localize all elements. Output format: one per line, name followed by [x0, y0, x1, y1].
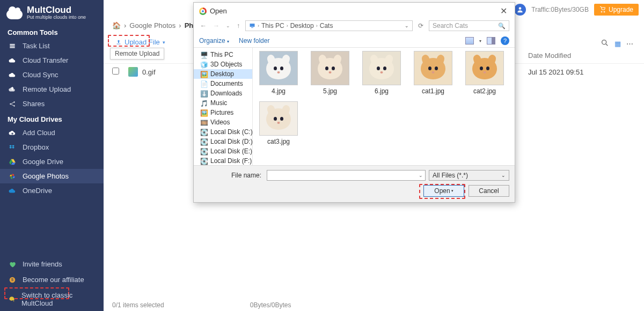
tool-icon — [8, 42, 17, 50]
sidebar-item-cloud-sync[interactable]: Cloud Sync — [0, 68, 104, 82]
tree-item-local-disk-c-[interactable]: 💽Local Disk (C:) — [194, 127, 252, 137]
tree-item-this-pc[interactable]: 🖥️This PC — [194, 50, 252, 60]
tree-item-local-disk-f-[interactable]: 💽Local Disk (F:) — [194, 156, 252, 165]
file-item[interactable]: 4.jpg — [258, 51, 299, 95]
sidebar-item-label: Remote Upload — [23, 85, 71, 93]
sidebar-item-label: Cloud Sync — [23, 71, 58, 79]
close-icon[interactable]: ✕ — [498, 6, 509, 16]
brand-logo[interactable]: MultCloud Put multiple clouds into one — [0, 0, 104, 24]
tooltip-remote-upload: Remote Upload — [110, 48, 164, 60]
tools-header: Common Tools — [0, 24, 104, 39]
tree-label: Desktop — [210, 70, 234, 78]
sidebar-item-cloud-transfer[interactable]: Cloud Transfer — [0, 53, 104, 68]
tree-label: Music — [210, 99, 227, 107]
avatar[interactable] — [514, 4, 526, 16]
tree-item-music[interactable]: 🎵Music — [194, 98, 252, 108]
view-controls: ▦ ⋯ — [601, 39, 633, 49]
svg-point-9 — [602, 40, 606, 45]
chevron-down-icon[interactable]: ⌄ — [405, 23, 409, 28]
status-size: 0Bytes/0Bytes — [250, 301, 291, 309]
filename-input[interactable]: ⌄ — [267, 170, 426, 181]
file-item[interactable]: cat2.jpg — [464, 51, 505, 95]
footer-switch-to-classic-multcloud[interactable]: Switch to classic MultCloud — [0, 287, 104, 311]
search-icon[interactable] — [601, 39, 609, 49]
disk-icon: 💽 — [200, 129, 208, 135]
dialog-title: Open — [210, 7, 227, 15]
sidebar-item-shares[interactable]: Shares — [0, 97, 104, 111]
open-button[interactable]: Open ▾ — [423, 185, 464, 197]
thumbnail — [311, 51, 349, 85]
back-icon[interactable]: ← — [199, 22, 208, 29]
grid-view-icon[interactable]: ▦ — [614, 40, 621, 48]
upgrade-button[interactable]: Upgrade — [594, 4, 639, 16]
home-icon[interactable]: 🏠 — [112, 21, 121, 29]
forward-icon[interactable]: → — [212, 22, 221, 29]
sidebar-item-label: Shares — [23, 100, 45, 108]
col-date[interactable]: Date Modified — [528, 51, 635, 60]
sidebar-item-google-drive[interactable]: Google Drive — [0, 154, 104, 169]
footer-icon — [8, 261, 17, 268]
brand-tagline: Put multiple clouds into one — [27, 14, 86, 20]
tree-item-desktop[interactable]: 🖼️Desktop — [194, 69, 252, 79]
help-icon[interactable]: ? — [501, 36, 509, 45]
address-bar[interactable]: › This PC › Desktop › Cats ⌄ — [245, 20, 413, 31]
tree-item-local-disk-e-[interactable]: 💽Local Disk (E:) — [194, 146, 252, 156]
tree-item-downloads[interactable]: ⬇️Downloads — [194, 88, 252, 98]
tree-item-videos[interactable]: 🎞️Videos — [194, 117, 252, 127]
file-item[interactable]: cat3.jpg — [258, 101, 299, 145]
breadcrumb-seg1[interactable]: Google Photos — [129, 21, 175, 29]
footer-invite-friends[interactable]: Invite friends — [0, 256, 104, 272]
file-item[interactable]: 5.jpg — [310, 51, 350, 95]
organize-button[interactable]: Organize ▾ — [199, 37, 229, 45]
view-mode-button[interactable] — [465, 37, 474, 45]
more-icon[interactable]: ⋯ — [626, 40, 633, 48]
chevron-down-icon[interactable]: ⌄ — [419, 173, 423, 178]
vid-icon: 🎞️ — [200, 119, 208, 125]
refresh-icon[interactable]: ⟳ — [417, 22, 425, 29]
cart-icon — [599, 6, 606, 13]
file-item[interactable]: 6.jpg — [361, 51, 402, 95]
3d-icon: 🧊 — [200, 61, 208, 68]
sidebar-item-onedrive[interactable]: OneDrive — [0, 183, 104, 198]
dialog-search-input[interactable]: Search Cats 🔍 — [429, 20, 509, 31]
chevron-right-icon: › — [316, 23, 318, 28]
footer-become-our-affiliate[interactable]: $Become our affiliate — [0, 272, 104, 287]
svg-text:$: $ — [11, 278, 13, 282]
dl-icon: ⬇️ — [200, 90, 208, 97]
tree-item-local-disk-d-[interactable]: 💽Local Disk (D:) — [194, 137, 252, 146]
cloud-icon — [6, 6, 23, 19]
sidebar-item-label: Google Drive — [23, 158, 63, 166]
upload-file-button[interactable]: Upload File ▾ — [112, 37, 169, 47]
file-date: Jul 15 2021 09:51 — [528, 68, 635, 76]
svg-point-8 — [519, 7, 522, 10]
file-name: 0.gif — [142, 68, 156, 76]
sidebar-item-remote-upload[interactable]: Remote Upload — [0, 82, 104, 97]
sidebar-item-add-cloud[interactable]: Add Cloud — [0, 125, 104, 140]
chevron-down-icon[interactable]: ▾ — [479, 39, 481, 43]
tree-item-3d-objects[interactable]: 🧊3D Objects — [194, 60, 252, 69]
tool-icon — [8, 57, 17, 64]
svg-point-5 — [13, 105, 14, 106]
drives-header: My Cloud Drives — [0, 111, 104, 125]
tree-item-documents[interactable]: 📄Documents — [194, 79, 252, 88]
tree-item-pictures[interactable]: 🖼️Pictures — [194, 108, 252, 117]
recent-dropdown-icon[interactable]: ⌄ — [225, 23, 231, 28]
up-icon[interactable]: ↑ — [236, 22, 241, 29]
file-open-dialog: Open ✕ ← → ⌄ ↑ › This PC › Desktop › Cat… — [193, 2, 515, 203]
folder-tree: 🖥️This PC🧊3D Objects🖼️Desktop📄Documents⬇… — [194, 48, 253, 165]
file-item[interactable]: cat1.jpg — [413, 51, 453, 95]
sidebar-item-dropbox[interactable]: Dropbox — [0, 140, 104, 154]
sidebar-item-label: Add Cloud — [23, 129, 55, 137]
row-checkbox[interactable] — [112, 68, 119, 75]
preview-pane-button[interactable] — [487, 37, 495, 45]
sidebar-item-google-photos[interactable]: Google Photos — [0, 169, 104, 183]
svg-point-3 — [10, 103, 11, 104]
new-folder-button[interactable]: New folder — [239, 37, 269, 45]
sidebar: MultCloud Put multiple clouds into one C… — [0, 0, 104, 311]
tree-label: 3D Objects — [210, 61, 242, 68]
sidebar-item-label: Google Photos — [23, 172, 69, 180]
tree-label: This PC — [210, 51, 233, 58]
cancel-button[interactable]: Cancel — [469, 185, 509, 197]
filetype-filter[interactable]: All Files (*.*) ⌄ — [429, 170, 509, 181]
sidebar-item-task-list[interactable]: Task List — [0, 39, 104, 53]
